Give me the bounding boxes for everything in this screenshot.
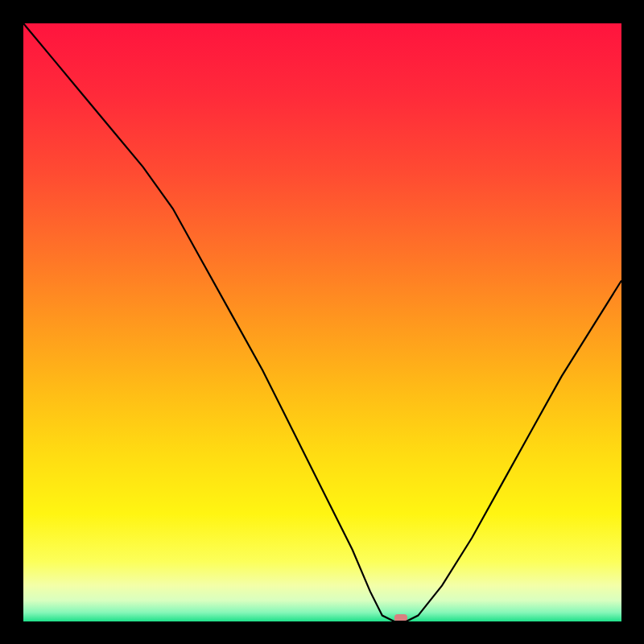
plot-border <box>0 621 644 644</box>
plot-border <box>621 0 644 644</box>
bottleneck-chart <box>0 0 644 644</box>
plot-border <box>0 0 644 23</box>
plot-border <box>0 0 23 644</box>
gradient-background <box>23 23 621 621</box>
